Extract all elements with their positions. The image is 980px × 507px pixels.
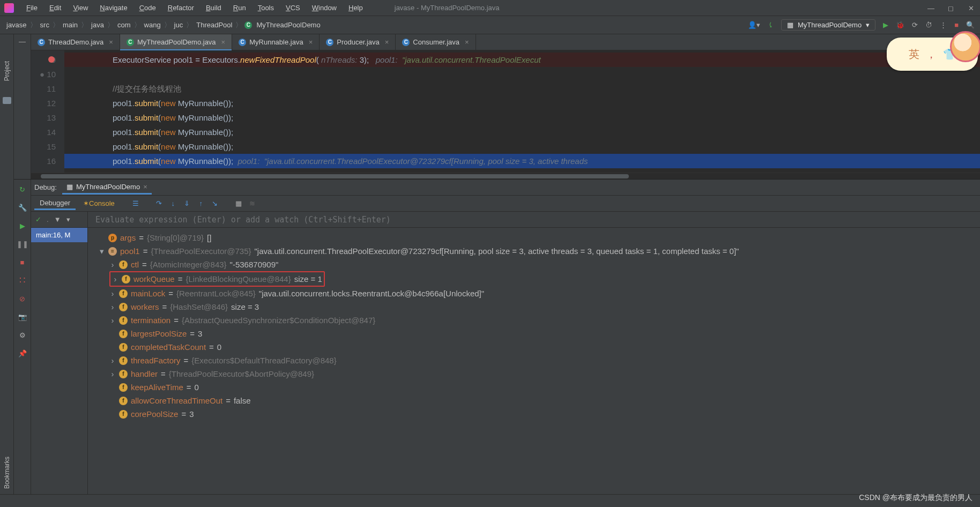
- variable-node[interactable]: ›fworkQueue = {LinkedBlockingQueue@844} …: [88, 271, 980, 287]
- line-number[interactable]: 15: [31, 139, 56, 154]
- breadcrumb-javase[interactable]: javase: [5, 21, 28, 29]
- close-tab-icon[interactable]: ×: [309, 38, 313, 46]
- variable-node[interactable]: fallowCoreThreadTimeOut = false: [88, 394, 980, 407]
- line-number[interactable]: 17: [31, 168, 56, 173]
- code-line[interactable]: pool1.submit(new MyRunnable());: [64, 125, 980, 139]
- resume-icon[interactable]: ▶: [18, 221, 27, 230]
- console-subtab[interactable]: ✶Console: [78, 198, 120, 209]
- pin-icon[interactable]: 📌: [18, 349, 27, 357]
- evaluate-icon[interactable]: ▦: [233, 198, 244, 210]
- expand-icon[interactable]: ›: [109, 287, 116, 300]
- variable-node[interactable]: fcorePoolSize = 3: [88, 407, 980, 421]
- variable-node[interactable]: ▾≡pool1 = {ThreadPoolExecutor@735} "java…: [88, 244, 980, 258]
- trace-icon[interactable]: ≋: [247, 198, 258, 210]
- run-to-cursor-icon[interactable]: ↘: [209, 198, 221, 210]
- step-into-icon[interactable]: ↓: [167, 198, 179, 210]
- code-line[interactable]: [64, 168, 980, 173]
- code-editor[interactable]: 9● 1011121314151617 ExecutorService pool…: [31, 50, 980, 173]
- camera-icon[interactable]: 📷: [18, 312, 27, 321]
- profile-icon[interactable]: ⏱: [925, 21, 932, 29]
- code-line[interactable]: pool1.submit(new MyRunnable());: [64, 110, 980, 125]
- debug-session-tab[interactable]: ▦ MyThreadPoolDemo ×: [62, 181, 152, 195]
- filter-icon[interactable]: ▼: [54, 215, 61, 223]
- user-icon[interactable]: 👤▾: [748, 21, 760, 29]
- variable-node[interactable]: ›fmainLock = {ReentrantLock@845} "java.u…: [88, 287, 980, 300]
- menu-vcs[interactable]: VCS: [281, 2, 305, 13]
- attach-icon[interactable]: ⋮: [940, 21, 947, 29]
- line-number[interactable]: 14: [31, 125, 56, 139]
- variables-tree[interactable]: pargs = {String[0]@719} []▾≡pool1 = {Thr…: [88, 228, 980, 507]
- code-line[interactable]: [64, 67, 980, 81]
- stop-icon[interactable]: ■: [954, 21, 959, 29]
- expand-icon[interactable]: ›: [109, 314, 116, 327]
- expand-icon[interactable]: ›: [109, 354, 116, 367]
- line-number[interactable]: 11: [31, 81, 56, 96]
- collapse-icon[interactable]: —: [19, 38, 26, 46]
- breadcrumb-threadpool[interactable]: ThreadPool: [195, 21, 233, 29]
- maximize-icon[interactable]: ◻: [948, 4, 955, 12]
- editor-tab[interactable]: CThreadDemo.java×: [31, 34, 120, 50]
- expand-icon[interactable]: ›: [112, 272, 118, 286]
- breadcrumb-mythreadpooldemo[interactable]: MyThreadPoolDemo: [255, 21, 321, 29]
- menu-navigate[interactable]: Navigate: [95, 2, 132, 13]
- code-line[interactable]: pool1.submit(new MyRunnable());: [64, 96, 980, 110]
- code-line[interactable]: //提交任务给线程池: [64, 81, 980, 96]
- variable-node[interactable]: fcompletedTaskCount = 0: [88, 340, 980, 354]
- close-tab-icon[interactable]: ×: [385, 38, 389, 46]
- expand-icon[interactable]: ›: [109, 300, 116, 314]
- rerun-icon[interactable]: ↻: [18, 185, 27, 193]
- run-icon[interactable]: ▶: [883, 21, 888, 29]
- close-icon[interactable]: ✕: [968, 4, 976, 12]
- variable-node[interactable]: ›fhandler = {ThreadPoolExecutor$AbortPol…: [88, 367, 980, 381]
- breadcrumb-main[interactable]: main: [62, 21, 79, 29]
- breadcrumb-com[interactable]: com: [116, 21, 132, 29]
- settings-wrench-icon[interactable]: 🔧: [18, 203, 27, 212]
- run-config-dropdown[interactable]: ▦ MyThreadPoolDemo ▾: [781, 19, 875, 31]
- variable-node[interactable]: ›fthreadFactory = {Executors$DefaultThre…: [88, 354, 980, 367]
- debugger-subtab[interactable]: Debugger: [34, 197, 76, 210]
- editor-tab[interactable]: CProducer.java×: [320, 34, 396, 50]
- editor-tab[interactable]: CMyThreadPoolDemo.java×: [120, 34, 232, 50]
- menu-run[interactable]: Run: [228, 2, 251, 13]
- stack-frame[interactable]: main:16, M: [31, 228, 87, 242]
- line-number[interactable]: 13: [31, 110, 56, 125]
- menu-view[interactable]: View: [68, 2, 93, 13]
- code-area[interactable]: ExecutorService pool1 = Executors.newFix…: [64, 50, 980, 173]
- search-icon[interactable]: 🔍: [966, 21, 975, 29]
- expand-icon[interactable]: ›: [109, 367, 116, 381]
- restart-frame-icon[interactable]: ✓: [35, 215, 41, 223]
- menu-code[interactable]: Code: [135, 2, 161, 13]
- code-line[interactable]: pool1.submit(new MyRunnable()); pool1: "…: [64, 154, 980, 168]
- project-tool-label[interactable]: Project: [3, 61, 11, 81]
- close-tab-icon[interactable]: ×: [465, 38, 469, 46]
- step-over-icon[interactable]: ↷: [153, 198, 165, 210]
- variable-node[interactable]: flargestPoolSize = 3: [88, 327, 980, 340]
- breadcrumb-src[interactable]: src: [39, 21, 50, 29]
- menu-edit[interactable]: Edit: [44, 2, 66, 13]
- breakpoint-icon[interactable]: [48, 56, 55, 63]
- editor-tab[interactable]: CMyRunnable.java×: [232, 34, 320, 50]
- threads-icon[interactable]: ☰: [130, 198, 142, 210]
- line-number[interactable]: 12: [31, 96, 56, 110]
- menu-tools[interactable]: Tools: [253, 2, 279, 13]
- breadcrumb-java[interactable]: java: [90, 21, 105, 29]
- editor-tab[interactable]: CConsumer.java×: [396, 34, 476, 50]
- folder-icon[interactable]: [3, 97, 11, 104]
- step-out-icon[interactable]: ↑: [195, 198, 207, 210]
- code-line[interactable]: pool1.submit(new MyRunnable());: [64, 139, 980, 154]
- mute-bp-icon[interactable]: ⊘: [18, 294, 27, 303]
- evaluate-input[interactable]: Evaluate expression (Enter) or add a wat…: [88, 212, 980, 228]
- variable-node[interactable]: pargs = {String[0]@719} []: [88, 231, 980, 244]
- menu-build[interactable]: Build: [201, 2, 226, 13]
- stop-debug-icon[interactable]: ■: [18, 258, 27, 266]
- bookmarks-label[interactable]: Bookmarks: [3, 457, 11, 489]
- coverage-icon[interactable]: ⟳: [912, 21, 918, 29]
- expand-icon[interactable]: ▾: [99, 244, 105, 258]
- line-number[interactable]: 16: [31, 154, 56, 168]
- editor-horizontal-scrollbar[interactable]: [31, 173, 980, 179]
- breakpoints-icon[interactable]: ∷: [18, 276, 27, 285]
- breadcrumb-juc[interactable]: juc: [173, 21, 184, 29]
- close-tab-icon[interactable]: ×: [109, 38, 113, 46]
- expand-icon[interactable]: ›: [109, 258, 116, 271]
- menu-refactor[interactable]: Refactor: [163, 2, 199, 13]
